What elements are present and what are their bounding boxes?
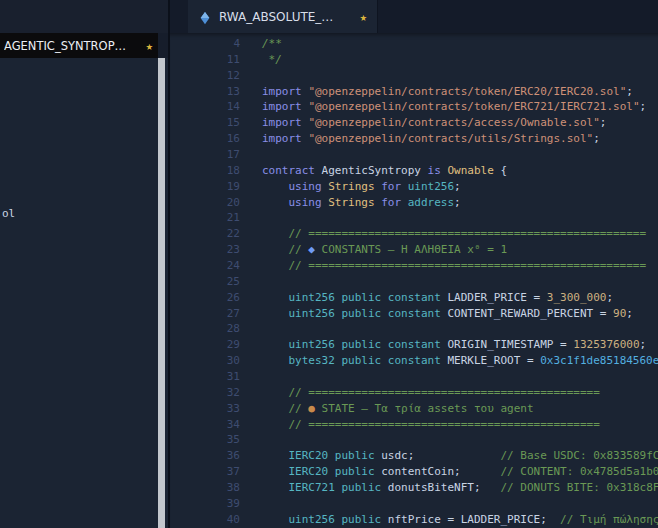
code-line[interactable]: 21 [170,210,658,226]
line-number[interactable]: 21 [170,210,240,226]
left-scrollbar[interactable] [158,58,165,528]
line-content: IERC721 public donutsBiteNFT; // DONUTS … [240,480,658,496]
line-content: // =====================================… [240,385,658,401]
line-content: // =====================================… [240,226,658,242]
code-line[interactable]: 4/** [170,36,658,52]
line-content [240,210,658,226]
line-number[interactable]: 18 [170,163,240,179]
code-line[interactable]: 33 // ● STATE — Τα τρία assets του agent [170,401,658,417]
line-content [240,321,658,337]
line-content: import "@openzeppelin/contracts/token/ER… [240,84,658,100]
line-content: // =====================================… [240,417,658,433]
line-number[interactable]: 17 [170,147,240,163]
line-number[interactable]: 36 [170,448,240,464]
line-number[interactable]: 4 [170,36,240,52]
code-editor[interactable]: 4/**11 */1213import "@openzeppelin/contr… [170,33,658,528]
solidity-file-icon [198,10,212,24]
left-tabbar: AGENTIC_SYNTROP… ★ [0,33,168,58]
line-number[interactable]: 37 [170,464,240,480]
line-number[interactable]: 31 [170,369,240,385]
code-line[interactable]: 34 // ==================================… [170,417,658,433]
tab-rwa-absolute[interactable]: RWA_ABSOLUTE_… ★ [188,0,378,33]
line-number[interactable]: 40 [170,512,240,528]
line-content: import "@openzeppelin/contracts/access/O… [240,115,658,131]
line-number[interactable]: 19 [170,179,240,195]
code-line[interactable]: 20 using Strings for address; [170,195,658,211]
code-line[interactable]: 11 */ [170,52,658,68]
code-line[interactable]: 30 bytes32 public constant MERKLE_ROOT =… [170,353,658,369]
line-number[interactable]: 33 [170,401,240,417]
line-number[interactable]: 20 [170,195,240,211]
line-number[interactable]: 26 [170,290,240,306]
tab-agentic-syntropy[interactable]: AGENTIC_SYNTROP… ★ [0,33,158,58]
code-line[interactable]: 32 // ==================================… [170,385,658,401]
line-content [240,432,658,448]
line-content [240,68,658,84]
code-line[interactable]: 31 [170,369,658,385]
line-content: // ◆ CONSTANTS — Η ΑΛΗΘΕΙΑ x⁰ = 1 [240,242,658,258]
line-number[interactable]: 38 [170,480,240,496]
left-editor-pane[interactable]: ol [0,58,168,528]
code-line[interactable]: 36 IERC20 public usdc; // Base USDC: 0x8… [170,448,658,464]
code-line[interactable]: 37 IERC20 public contentCoin; // CONTENT… [170,464,658,480]
line-content: /** [240,36,658,52]
code-line[interactable]: 40 uint256 public nftPrice = LADDER_PRIC… [170,512,658,528]
code-line[interactable]: 13import "@openzeppelin/contracts/token/… [170,84,658,100]
code-line[interactable]: 29 uint256 public constant ORIGIN_TIMEST… [170,337,658,353]
code-line[interactable]: 28 [170,321,658,337]
line-content: bytes32 public constant MERKLE_ROOT = 0x… [240,353,658,369]
line-content: using Strings for address; [240,195,658,211]
code-area: 4/**11 */1213import "@openzeppelin/contr… [170,36,658,528]
line-content: using Strings for uint256; [240,179,658,195]
pin-star-icon[interactable]: ★ [146,39,153,53]
code-line[interactable]: 15import "@openzeppelin/contracts/access… [170,115,658,131]
line-number[interactable]: 24 [170,258,240,274]
code-line[interactable]: 12 [170,68,658,84]
line-number[interactable]: 29 [170,337,240,353]
line-number[interactable]: 30 [170,353,240,369]
line-number[interactable]: 35 [170,432,240,448]
main-tabbar: RWA_ABSOLUTE_… ★ [170,0,658,33]
line-number[interactable]: 22 [170,226,240,242]
code-line[interactable]: 23 // ◆ CONSTANTS — Η ΑΛΗΘΕΙΑ x⁰ = 1 [170,242,658,258]
line-number[interactable]: 12 [170,68,240,84]
line-content: IERC20 public usdc; // Base USDC: 0x8335… [240,448,658,464]
left-group-header-space [0,0,168,33]
line-number[interactable]: 16 [170,131,240,147]
code-line[interactable]: 18contract AgenticSyntropy is Ownable { [170,163,658,179]
line-number[interactable]: 28 [170,321,240,337]
line-content: IERC20 public contentCoin; // CONTENT: 0… [240,464,658,480]
line-number[interactable]: 27 [170,306,240,322]
code-line[interactable]: 39 [170,496,658,512]
code-line[interactable]: 24 // ==================================… [170,258,658,274]
main-editor-group: RWA_ABSOLUTE_… ★ 4/**11 */1213import "@o… [170,0,658,528]
line-number[interactable]: 39 [170,496,240,512]
line-number[interactable]: 14 [170,99,240,115]
pin-star-icon[interactable]: ★ [360,10,367,24]
tab-label: RWA_ABSOLUTE_… [219,10,333,24]
tab-label: AGENTIC_SYNTROP… [4,39,126,53]
code-editor-window: AGENTIC_SYNTROP… ★ ol RWA_ABSOLUTE_… ★ [0,0,658,528]
code-line[interactable]: 27 uint256 public constant CONTENT_REWAR… [170,306,658,322]
line-number[interactable]: 11 [170,52,240,68]
code-line[interactable]: 19 using Strings for uint256; [170,179,658,195]
code-line[interactable]: 16import "@openzeppelin/contracts/utils/… [170,131,658,147]
line-content: import "@openzeppelin/contracts/utils/St… [240,131,658,147]
code-line[interactable]: 22 // ==================================… [170,226,658,242]
code-line[interactable]: 35 [170,432,658,448]
line-content [240,369,658,385]
code-line[interactable]: 25 [170,274,658,290]
line-number[interactable]: 13 [170,84,240,100]
code-line[interactable]: 14import "@openzeppelin/contracts/token/… [170,99,658,115]
line-number[interactable]: 32 [170,385,240,401]
line-content: */ [240,52,658,68]
line-number[interactable]: 25 [170,274,240,290]
line-content [240,274,658,290]
code-line[interactable]: 26 uint256 public constant LADDER_PRICE … [170,290,658,306]
line-number[interactable]: 34 [170,417,240,433]
line-content: // =====================================… [240,258,658,274]
line-number[interactable]: 15 [170,115,240,131]
code-line[interactable]: 38 IERC721 public donutsBiteNFT; // DONU… [170,480,658,496]
line-number[interactable]: 23 [170,242,240,258]
code-line[interactable]: 17 [170,147,658,163]
